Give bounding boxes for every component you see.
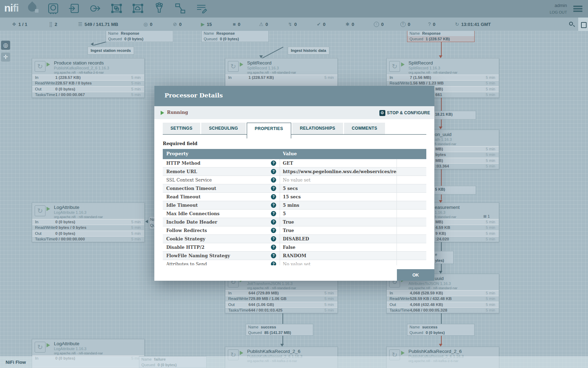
property-column-header: Property	[166, 151, 188, 156]
status-counter-sync-failure: ?0	[428, 18, 435, 31]
help-icon[interactable]: ?	[271, 253, 276, 258]
help-icon[interactable]: ?	[271, 161, 276, 166]
label-value: success	[422, 325, 437, 329]
help-icon[interactable]: ?	[271, 186, 276, 191]
birdseye-toggle-button[interactable]	[578, 18, 588, 31]
stat-value: 644 (729.89 MB)	[248, 291, 279, 295]
tab-settings[interactable]: SETTINGS	[163, 123, 200, 134]
stat-window: 5 min	[486, 220, 495, 224]
status-bar: ❖1 / 1⣿2☰549 / 141.71 MB◎0⊘0▶15■0⚠0↯0✔0✱…	[0, 18, 588, 31]
flow-label-ingest-station-records[interactable]: Ingest station records	[88, 47, 134, 55]
connection-label-row: NameResponse	[407, 30, 474, 36]
stat-value: 0 (0 bytes)	[55, 220, 75, 224]
clipped-label-text: 5 KB)	[435, 187, 445, 191]
stat-label: Tasks/Time	[390, 308, 410, 312]
status-counter-value: 0	[433, 22, 435, 27]
stop-configure-label: STOP & CONFIGURE	[387, 110, 430, 115]
processor-icon[interactable]	[46, 2, 61, 16]
global-menu-icon[interactable]	[573, 6, 582, 13]
clipped-label-text: 18.21 KB)	[435, 112, 453, 116]
property-name: HTTP Method?	[163, 159, 280, 168]
help-icon[interactable]: ?	[271, 203, 276, 208]
property-value: 5 secs	[280, 184, 397, 193]
stat-window: 5 min	[131, 81, 141, 85]
processor-name: on_uuid	[435, 132, 451, 137]
label-key: Queued	[204, 37, 217, 41]
stat-window: 5 min	[324, 308, 334, 312]
connection-label-success-mid[interactable]: NamesuccessQueued85 (141.37 MB)	[246, 324, 313, 336]
stat-label: Out	[228, 302, 235, 307]
help-icon[interactable]: ?	[271, 169, 276, 174]
help-icon[interactable]: ?	[271, 261, 276, 265]
hand-tool-icon[interactable]: ✛	[1, 53, 10, 62]
property-row: Connection Timeout?5 secs	[163, 184, 426, 193]
ok-button[interactable]: OK	[397, 269, 434, 281]
help-icon[interactable]: ?	[271, 177, 276, 183]
stat-value: 4,068 (432.48 KB)	[410, 302, 443, 307]
breadcrumb[interactable]: NiFi Flow	[6, 360, 26, 365]
info-palette-icon[interactable]: ◎	[1, 41, 10, 50]
status-counter-invalid: ⚠0	[259, 18, 268, 31]
stop-configure-button[interactable]: ⚙ STOP & CONFIGURE	[379, 109, 430, 116]
stat-label: Read/Write	[390, 297, 410, 301]
label-value: 0 (0 bytes)	[220, 37, 239, 41]
connection-label-response-right[interactable]: NameResponseQueued1 (228.57 KB)	[407, 30, 475, 42]
help-icon[interactable]: ?	[271, 219, 276, 225]
help-icon[interactable]: ?	[271, 236, 276, 241]
processor-produce-station-records[interactable]: ↻Produce station recordsPublishKafkaReco…	[32, 58, 145, 98]
property-name: Disable HTTP/2?	[163, 243, 280, 252]
property-name: Connection Timeout?	[163, 184, 280, 193]
input-port-icon[interactable]	[67, 2, 82, 16]
help-icon[interactable]: ?	[271, 228, 276, 233]
processor-type: SplitRecord 1.16.3	[408, 66, 440, 70]
funnel-icon[interactable]	[152, 2, 167, 16]
flow-label-ingest-historic-data[interactable]: Ingest historic data	[288, 47, 329, 55]
stat-row: In4,068 (528.59 KB)5 min	[387, 290, 499, 296]
processor-name: LogAttribute	[54, 205, 79, 210]
search-icon[interactable]	[569, 22, 573, 26]
remote-process-group-icon[interactable]	[131, 2, 145, 16]
property-value: No value set	[280, 260, 397, 265]
label-key: Queued	[410, 330, 423, 335]
stat-row: Out0 (0 bytes)5 min	[32, 231, 144, 236]
stat-window: 5 min	[486, 158, 495, 163]
stat-value: 528.59 KB / 432.48 KB	[410, 297, 452, 301]
logout-link[interactable]: LOG OUT	[550, 10, 567, 14]
running-icon	[47, 62, 50, 67]
help-icon[interactable]: ?	[271, 211, 276, 216]
connection-line	[441, 313, 442, 324]
processor-log-attribute-mid[interactable]: ↻LogAttributeLogAttribute 1.16.3org.apac…	[32, 203, 145, 242]
properties-table: Property Value HTTP Method?GETRemote URL…	[163, 149, 426, 265]
label-icon[interactable]	[194, 2, 209, 16]
stat-label: Tasks/Time	[35, 237, 55, 241]
processor-bundle: org.apache.nifi - nifi-standard-nar	[247, 70, 296, 74]
processor-type-icon: ↻	[35, 205, 46, 216]
template-icon[interactable]	[173, 2, 188, 16]
property-row: Read Timeout?15 secs	[163, 193, 426, 201]
connection-label-response-mid[interactable]: NameResponseQueued0 (0 bytes)	[201, 30, 269, 42]
stat-value: 4.59 KB	[435, 225, 450, 230]
tab-scheduling[interactable]: SCHEDULING	[201, 123, 246, 134]
tab-relationships[interactable]: RELATIONSHIPS	[292, 123, 343, 134]
help-icon[interactable]: ?	[271, 245, 276, 250]
stat-window: 5 min	[324, 297, 334, 301]
stat-window: 5 min	[131, 75, 141, 80]
connection-label-success-right[interactable]: NamesuccessQueued0 (0 bytes)	[407, 324, 475, 336]
stat-window: 5 min	[324, 291, 334, 295]
stat-value: 1 (228.57 KB)	[248, 75, 274, 80]
stat-window: 5 min	[486, 231, 495, 236]
status-counter-not-transmitting: ⊘0	[173, 18, 182, 31]
help-icon[interactable]: ?	[271, 194, 276, 199]
connection-label-response-left[interactable]: NameResponseQueued0 (0 bytes)	[106, 30, 173, 42]
connection-label-row: Namesuccess	[407, 324, 474, 330]
status-counter-transmitting: ◎0	[144, 18, 152, 31]
process-group-icon[interactable]	[109, 2, 124, 16]
tab-comments[interactable]: COMMENTS	[344, 123, 385, 134]
stat-window: 5 min	[131, 93, 141, 97]
tab-properties[interactable]: PROPERTIES	[247, 123, 291, 138]
property-name: Max Idle Connections?	[163, 210, 280, 218]
stat-label: In	[35, 220, 38, 224]
stat-value: 0 / 00:00:00.000	[55, 237, 85, 241]
stat-row: Read/Write228.57 KB / 0 bytes5 min	[32, 80, 144, 86]
output-port-icon[interactable]	[88, 2, 103, 16]
